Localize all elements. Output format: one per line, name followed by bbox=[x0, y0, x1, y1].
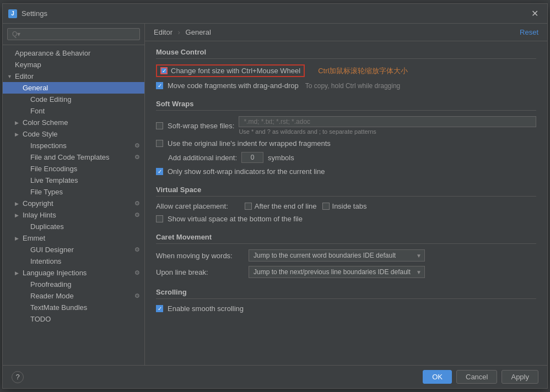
tree-item-label: Duplicates bbox=[30, 222, 64, 231]
tree-arrow: ▶ bbox=[15, 213, 23, 218]
smooth-scrolling-checkbox[interactable] bbox=[156, 305, 163, 312]
footer-left: ? bbox=[12, 371, 24, 383]
tree-item-label: Inlay Hints bbox=[23, 211, 56, 219]
scrolling-section: Scrolling Enable smooth scrolling bbox=[156, 288, 536, 313]
tree-item-label: Reader Mode bbox=[30, 292, 74, 300]
show-indicators-label: Only show soft-wrap indicators for the c… bbox=[168, 167, 325, 176]
apply-button[interactable]: Apply bbox=[502, 370, 538, 384]
settings-dialog: J Settings ✕ Appearance & BehaviorKeymap… bbox=[2, 3, 548, 389]
left-panel: Appearance & BehaviorKeymap▼EditorGenera… bbox=[3, 24, 145, 365]
after-end-group: After the end of line bbox=[245, 202, 317, 210]
soft-wrap-files-input[interactable] bbox=[239, 116, 536, 127]
change-font-size-row: Change font size with Ctrl+Mouse Wheel C… bbox=[156, 64, 536, 77]
help-button[interactable]: ? bbox=[12, 371, 24, 383]
tree-item-proofreading[interactable]: Proofreading bbox=[3, 279, 144, 290]
tree-badge-icon: ⚙ bbox=[134, 142, 140, 149]
symbols-label: symbols bbox=[268, 154, 294, 162]
tree-item-textmate-bundles[interactable]: TextMate Bundles bbox=[3, 302, 144, 313]
tree-item-file-encodings[interactable]: File Encodings bbox=[3, 163, 144, 175]
after-end-label: After the end of line bbox=[255, 202, 317, 210]
tree-item-gui-designer[interactable]: GUI Designer⚙ bbox=[3, 244, 144, 255]
tree-item-label: File and Code Templates bbox=[30, 153, 110, 161]
tree-badge-icon: ⚙ bbox=[134, 200, 140, 207]
tree-item-label: General bbox=[23, 84, 48, 92]
moving-by-words-row: When moving by words: Jump to the curren… bbox=[156, 249, 536, 262]
tree-item-code-editing[interactable]: Code Editing bbox=[3, 94, 144, 105]
tree-item-reader-mode[interactable]: Reader Mode⚙ bbox=[3, 290, 144, 302]
mouse-control-title: Mouse Control bbox=[156, 48, 536, 59]
show-indicators-row: Only show soft-wrap indicators for the c… bbox=[156, 167, 536, 176]
tree-arrow: ▶ bbox=[15, 201, 23, 206]
move-code-checkbox[interactable] bbox=[156, 82, 163, 89]
right-header: Editor › General Reset bbox=[145, 24, 547, 41]
cancel-button[interactable]: Cancel bbox=[456, 370, 497, 384]
after-end-checkbox[interactable] bbox=[245, 203, 252, 210]
soft-wrap-files-checkbox[interactable] bbox=[156, 122, 163, 129]
soft-wraps-title: Soft Wraps bbox=[156, 100, 536, 111]
move-code-label: Move code fragments with drag-and-drop bbox=[168, 81, 299, 90]
tree-item-label: File Types bbox=[30, 188, 63, 196]
tree-item-keymap[interactable]: Keymap bbox=[3, 59, 144, 70]
search-box bbox=[3, 24, 144, 45]
search-input[interactable] bbox=[7, 28, 140, 40]
tree-item-file-types[interactable]: File Types bbox=[3, 186, 144, 198]
show-indicators-checkbox[interactable] bbox=[156, 168, 163, 175]
reset-link[interactable]: Reset bbox=[520, 28, 538, 36]
tree-item-label: Language Injections bbox=[23, 269, 87, 277]
original-indent-checkbox[interactable] bbox=[156, 140, 163, 147]
tree-item-live-templates[interactable]: Live Templates bbox=[3, 175, 144, 186]
tree-item-emmet[interactable]: ▶Emmet bbox=[3, 232, 144, 244]
right-content: Mouse Control Change font size with Ctrl… bbox=[145, 41, 547, 365]
move-code-hint: To copy, hold Ctrl while dragging bbox=[305, 82, 401, 90]
tree-arrow: ▶ bbox=[15, 236, 23, 241]
inside-tabs-checkbox[interactable] bbox=[322, 203, 330, 210]
chinese-note: Ctrl加鼠标滚轮缩放字体大小 bbox=[318, 66, 408, 76]
line-break-dropdown[interactable]: Jump to the next/previous line boundarie… bbox=[249, 266, 425, 278]
additional-indent-label: Add additional indent: bbox=[168, 154, 237, 162]
tree-item-label: Editor bbox=[15, 72, 34, 80]
tree-item-todo[interactable]: TODO bbox=[3, 313, 144, 325]
tree-item-label: Live Templates bbox=[30, 176, 78, 184]
change-font-size-highlight: Change font size with Ctrl+Mouse Wheel bbox=[156, 64, 305, 77]
tree-item-file-code-templates[interactable]: File and Code Templates⚙ bbox=[3, 151, 144, 163]
breadcrumb-separator: › bbox=[178, 28, 180, 36]
tree-badge-icon: ⚙ bbox=[134, 269, 140, 276]
tree-item-font[interactable]: Font bbox=[3, 105, 144, 117]
tree-item-appearance[interactable]: Appearance & Behavior bbox=[3, 47, 144, 59]
dialog-body: Appearance & BehaviorKeymap▼EditorGenera… bbox=[3, 24, 547, 365]
virtual-space-title: Virtual Space bbox=[156, 186, 536, 197]
close-button[interactable]: ✕ bbox=[528, 7, 542, 20]
tree-item-general[interactable]: General bbox=[3, 82, 144, 94]
tree-item-label: Emmet bbox=[23, 234, 45, 242]
tree-item-editor[interactable]: ▼Editor bbox=[3, 70, 144, 82]
smooth-scrolling-label: Enable smooth scrolling bbox=[168, 304, 244, 313]
tree-item-label: Proofreading bbox=[30, 280, 71, 288]
mouse-control-section: Mouse Control Change font size with Ctrl… bbox=[156, 48, 536, 90]
title-bar: J Settings ✕ bbox=[3, 4, 547, 24]
allow-caret-options: After the end of line Inside tabs bbox=[245, 202, 367, 210]
tree-item-label: Font bbox=[30, 107, 45, 115]
additional-indent-input[interactable] bbox=[241, 152, 263, 163]
tree-item-label: Color Scheme bbox=[23, 118, 68, 127]
tree-item-label: Inspections bbox=[30, 141, 67, 150]
tree-item-intentions[interactable]: Intentions bbox=[3, 255, 144, 267]
change-font-size-checkbox[interactable] bbox=[160, 67, 168, 74]
tree-arrow: ▶ bbox=[15, 120, 23, 126]
moving-by-words-dropdown[interactable]: Jump to the current word boundaries IDE … bbox=[249, 249, 425, 262]
inside-tabs-label: Inside tabs bbox=[332, 202, 367, 210]
tree-item-color-scheme[interactable]: ▶Color Scheme bbox=[3, 117, 144, 128]
show-virtual-space-checkbox[interactable] bbox=[156, 215, 163, 222]
ok-button[interactable]: OK bbox=[423, 370, 452, 384]
additional-indent-row: Add additional indent: symbols bbox=[168, 152, 536, 163]
allow-caret-placement-row: Allow caret placement: After the end of … bbox=[156, 202, 536, 210]
tree-badge-icon: ⚙ bbox=[134, 292, 140, 300]
dialog-footer: ? OK Cancel Apply bbox=[3, 365, 547, 388]
tree-item-copyright[interactable]: ▶Copyright⚙ bbox=[3, 198, 144, 209]
tree-item-code-style[interactable]: ▶Code Style bbox=[3, 128, 144, 140]
tree-item-duplicates[interactable]: Duplicates bbox=[3, 221, 144, 232]
tree-item-language-injections[interactable]: ▶Language Injections⚙ bbox=[3, 267, 144, 279]
tree-item-inlay-hints[interactable]: ▶Inlay Hints⚙ bbox=[3, 209, 144, 221]
tree-item-inspections[interactable]: Inspections⚙ bbox=[3, 140, 144, 151]
tree-item-label: Code Editing bbox=[30, 95, 71, 104]
virtual-space-section: Virtual Space Allow caret placement: Aft… bbox=[156, 186, 536, 223]
